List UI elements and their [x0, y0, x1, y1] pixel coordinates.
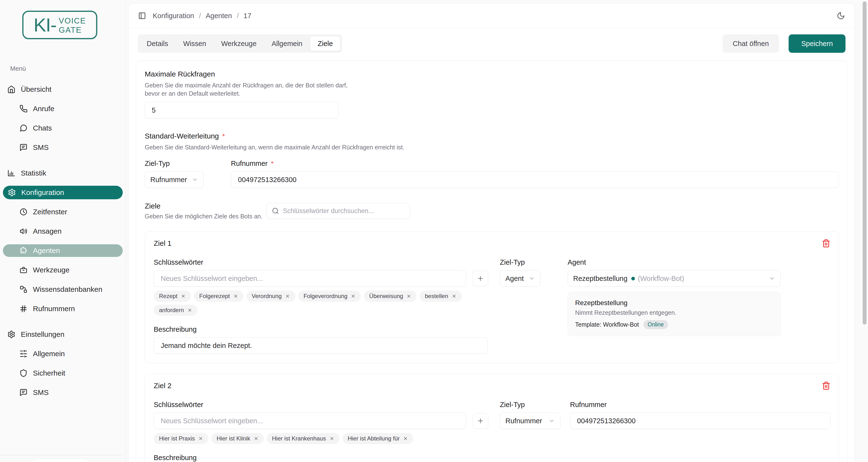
- agent-template: Template: Workflow-Bot: [575, 321, 639, 328]
- beschreibung-input[interactable]: [154, 337, 488, 354]
- sidebar-item-sms[interactable]: SMS: [0, 138, 126, 157]
- keyword-tag: Folgeverordnung: [298, 290, 361, 302]
- remove-tag-icon[interactable]: [187, 308, 192, 313]
- sidebar-item-anrufe[interactable]: Anrufe: [0, 99, 126, 118]
- delete-goal-button[interactable]: [822, 239, 831, 248]
- sidebar-item-statistik[interactable]: Statistik: [0, 163, 126, 183]
- sidebar-item-allgemein[interactable]: Allgemein: [0, 344, 126, 364]
- keyword-tag: Hier ist Krankenhaus: [267, 433, 340, 444]
- home-icon: [7, 85, 16, 93]
- breadcrumb-separator: /: [199, 12, 201, 20]
- save-button[interactable]: Speichern: [788, 34, 845, 53]
- sidebar-item-label: Ansagen: [33, 227, 61, 235]
- breadcrumb-item[interactable]: Konfiguration: [153, 12, 194, 20]
- sidebar-item-zeitfenster[interactable]: Zeitfenster: [0, 202, 126, 221]
- remove-tag-icon[interactable]: [198, 436, 203, 441]
- breadcrumb: Konfiguration / Agenten / 17: [153, 12, 251, 20]
- delete-goal-button[interactable]: [822, 381, 831, 390]
- toolbar: Details Wissen Werkzeuge Allgemein Ziele…: [138, 34, 845, 53]
- max-questions-section: Maximale Rückfragen Geben Sie die maxima…: [145, 70, 839, 118]
- agent-select[interactable]: Rezeptbestellung (Workflow-Bot): [568, 270, 781, 287]
- sidebar-item-uebersicht[interactable]: Übersicht: [0, 80, 126, 99]
- ziel-typ-select[interactable]: Rufnummer: [500, 412, 560, 429]
- tab-wissen[interactable]: Wissen: [176, 36, 214, 51]
- goal-card-2: Ziel 2 Schlüsselwörter Hier ist Praxis H…: [145, 374, 839, 462]
- chevron-down-icon: [529, 275, 535, 282]
- keyword-search-box[interactable]: [266, 203, 410, 219]
- ziel-typ-select[interactable]: Agent: [500, 270, 540, 287]
- breadcrumb-item[interactable]: Agenten: [206, 12, 232, 20]
- sidebar-item-label: Statistik: [21, 169, 46, 177]
- tab-allgemein[interactable]: Allgemein: [264, 36, 310, 51]
- sidebar-item-label: SMS: [33, 389, 49, 397]
- agent-status-dot: [631, 277, 635, 280]
- keyword-tag: Verordnung: [246, 290, 295, 302]
- rufnummer-input[interactable]: [231, 172, 839, 188]
- sidebar-item-label: Zeitfenster: [33, 208, 67, 216]
- user-menu-button[interactable]: [31, 459, 90, 462]
- sidebar-item-sicherheit[interactable]: Sicherheit: [0, 364, 126, 383]
- sidebar-item-rufnummern[interactable]: Rufnummern: [0, 299, 126, 318]
- remove-tag-icon[interactable]: [406, 294, 411, 299]
- add-keyword-button[interactable]: [473, 413, 488, 429]
- agent-name: Rezeptbestellung: [575, 299, 773, 307]
- rufnummer-input[interactable]: [570, 412, 831, 429]
- keyword-search-input[interactable]: [283, 207, 404, 215]
- sidebar-item-wissensdatenbanken[interactable]: Wissensdatenbanken: [0, 280, 126, 299]
- required-asterisk: *: [222, 132, 225, 140]
- chevron-down-icon: [192, 177, 198, 183]
- sidebar-item-label: SMS: [33, 143, 49, 152]
- ziel-typ-select[interactable]: Rufnummer: [145, 172, 204, 188]
- tab-bar: Details Wissen Werkzeuge Allgemein Ziele: [138, 34, 342, 53]
- new-keyword-input[interactable]: [154, 412, 466, 429]
- chat-bubble-icon: [19, 124, 28, 132]
- remove-tag-icon[interactable]: [351, 294, 355, 299]
- sidebar-item-chats[interactable]: Chats: [0, 118, 126, 138]
- section-description: Geben Sie die Standard-Weiterleitung an,…: [145, 143, 839, 151]
- remove-tag-icon[interactable]: [181, 294, 186, 299]
- keyword-tag: Überweisung: [364, 290, 416, 302]
- keyword-tag: Folgerezept: [194, 290, 244, 302]
- form-panel: Maximale Rückfragen Geben Sie die maxima…: [136, 61, 847, 462]
- sidebar-item-label: Einstellungen: [21, 330, 64, 339]
- keyword-tag: Hier ist Klinik: [211, 433, 264, 444]
- keywords-label: Schlüsselwörter: [154, 401, 488, 409]
- ziel-typ-label: Ziel-Typ: [500, 401, 560, 409]
- sidebar-item-label: Werkzeuge: [33, 266, 69, 274]
- sidebar-item-einstellungen[interactable]: Einstellungen: [0, 325, 126, 344]
- page-header: Konfiguration / Agenten / 17: [128, 4, 855, 28]
- knowledge-nodes-icon: [19, 285, 28, 294]
- speaker-icon: [19, 227, 28, 235]
- sidebar-toggle-icon[interactable]: [138, 12, 146, 20]
- tab-ziele[interactable]: Ziele: [310, 36, 340, 51]
- remove-tag-icon[interactable]: [285, 294, 290, 299]
- remove-tag-icon[interactable]: [452, 294, 457, 299]
- new-keyword-input[interactable]: [154, 270, 466, 287]
- max-questions-input[interactable]: [145, 102, 338, 118]
- sidebar-item-sms-settings[interactable]: SMS: [0, 383, 126, 402]
- sidebar-item-label: Anrufe: [33, 104, 54, 113]
- tab-details[interactable]: Details: [140, 36, 176, 51]
- sidebar-item-label: Rufnummern: [33, 305, 75, 313]
- remove-tag-icon[interactable]: [330, 436, 334, 441]
- scrollbar-thumb[interactable]: [863, 1, 867, 325]
- add-keyword-button[interactable]: [473, 271, 488, 286]
- remove-tag-icon[interactable]: [254, 436, 258, 441]
- sidebar-item-werkzeuge[interactable]: Werkzeuge: [0, 260, 126, 280]
- agent-info-card: Rezeptbestellung Nimmt Rezeptbestellunge…: [568, 292, 781, 336]
- section-title: Ziele: [145, 202, 266, 210]
- open-chat-button[interactable]: Chat öffnen: [722, 34, 779, 53]
- sidebar-item-label: Allgemein: [33, 350, 65, 358]
- tab-werkzeuge[interactable]: Werkzeuge: [214, 36, 264, 51]
- sidebar-item-agenten[interactable]: Agenten: [3, 244, 123, 257]
- toolbox-icon: [19, 266, 28, 274]
- remove-tag-icon[interactable]: [233, 294, 238, 299]
- brand-logo: KI- VOICE GATE: [22, 11, 97, 39]
- dark-mode-toggle[interactable]: [837, 11, 845, 20]
- plus-icon: [477, 275, 484, 282]
- beschreibung-label: Beschreibung: [154, 326, 488, 333]
- sidebar-item-konfiguration[interactable]: Konfiguration: [3, 186, 123, 199]
- remove-tag-icon[interactable]: [403, 436, 408, 441]
- sidebar-item-ansagen[interactable]: Ansagen: [0, 221, 126, 241]
- sidebar-item-label: Agenten: [33, 246, 60, 255]
